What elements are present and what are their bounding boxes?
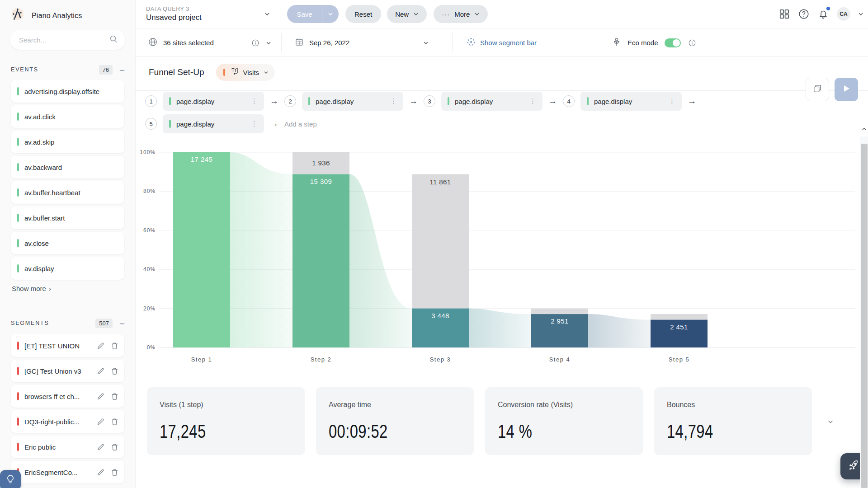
summary-collapse-chevron-icon[interactable] [827, 418, 834, 426]
query-chevron-down-icon[interactable] [264, 12, 270, 16]
events-collapse-icon[interactable]: – [120, 66, 124, 74]
event-item[interactable]: av.ad.skip [11, 131, 124, 153]
site-selector[interactable]: 36 sites selected [148, 28, 271, 57]
funnel-flow [349, 174, 412, 347]
event-item[interactable]: av.display [11, 257, 124, 280]
brand-logo[interactable]: Piano Analytics [0, 0, 135, 25]
pencil-icon[interactable] [96, 392, 105, 401]
trash-icon[interactable] [110, 392, 119, 401]
eco-info-icon[interactable] [688, 39, 696, 47]
bar-value-label: 3 448 [431, 312, 449, 319]
piano-logo-icon [9, 6, 26, 25]
pencil-icon[interactable] [96, 418, 105, 426]
pencil-icon[interactable] [96, 342, 105, 350]
metric-chevron-down-icon [264, 71, 269, 74]
segment-item[interactable]: Eric public [11, 436, 124, 458]
save-chevron-down-icon[interactable] [322, 12, 339, 16]
segment-item[interactable]: browsers ff et ch... [11, 385, 124, 408]
account-chevron-down-icon[interactable] [858, 12, 863, 16]
funnel-step: 1 page.display ⋮ → [145, 92, 284, 111]
pencil-icon[interactable] [96, 443, 105, 451]
apps-grid-icon[interactable] [778, 8, 790, 20]
new-button[interactable]: New [387, 5, 427, 23]
query-selector[interactable]: DATA QUERY 3 Unsaved project [146, 6, 259, 22]
event-item[interactable]: av.backward [11, 156, 124, 178]
event-accent [17, 87, 19, 95]
event-item[interactable]: av.buffer.heartbeat [11, 181, 124, 204]
notification-dot [826, 7, 830, 10]
date-chevron-down-icon[interactable] [423, 41, 429, 45]
pencil-icon[interactable] [96, 367, 105, 375]
kebab-menu-icon[interactable]: ⋮ [667, 97, 677, 105]
funnel-bar[interactable] [292, 174, 349, 348]
event-item[interactable]: advertising.display.offsite [11, 80, 124, 103]
event-item[interactable]: av.buffer.start [11, 206, 124, 229]
scrollbar-thumb[interactable] [861, 144, 868, 488]
brand-name: Piano Analytics [32, 12, 82, 20]
events-count-badge: 76 [99, 65, 113, 75]
step-label: page.display [316, 98, 383, 105]
sidebar-search [10, 30, 125, 50]
segments-collapse-icon[interactable]: – [120, 319, 124, 327]
segment-label: Eric public [24, 443, 91, 451]
segment-item[interactable]: [GC] Test Union v3 [11, 360, 124, 382]
reset-button[interactable]: Reset [345, 5, 381, 23]
kebab-menu-icon[interactable]: ⋮ [388, 97, 399, 105]
segment-item[interactable]: [ET] TEST UNION [11, 334, 124, 357]
show-segment-bar-link[interactable]: Show segment bar [467, 28, 537, 57]
summary-cards: Visits (1 step) 17,245 Average time 00:0… [147, 387, 812, 455]
funnel-title: Funnel Set-Up [149, 67, 204, 77]
trash-icon[interactable] [110, 443, 119, 451]
kebab-menu-icon[interactable]: ⋮ [528, 97, 538, 105]
step-pill[interactable]: page.display ⋮ [441, 92, 542, 111]
step-pill[interactable]: page.display ⋮ [163, 92, 264, 111]
run-query-button[interactable] [835, 78, 858, 101]
step-number: 5 [145, 118, 157, 130]
y-tick: 60% [143, 227, 156, 234]
trash-icon[interactable] [110, 468, 119, 477]
pencil-icon[interactable] [96, 468, 105, 477]
event-item[interactable]: av.close [11, 232, 124, 254]
segment-item[interactable]: EricSegmentCo... [11, 461, 124, 483]
duplicate-button[interactable] [806, 78, 829, 101]
segment-item[interactable]: DQ3-right-public... [11, 410, 124, 433]
trash-icon[interactable] [110, 367, 119, 375]
more-button[interactable]: ··· More [434, 5, 488, 23]
summary-card-label: Visits (1 step) [160, 401, 292, 409]
kebab-menu-icon[interactable]: ⋮ [249, 97, 259, 105]
funnel-chart[interactable]: 100%80%60%40%20%0%17 245Step 11 93615 30… [136, 136, 868, 380]
app-root: Piano Analytics EVENTS 76 – advertising.… [0, 0, 868, 488]
avatar[interactable]: CA [837, 7, 850, 21]
metric-selector[interactable]: Visits [216, 64, 275, 81]
sidebar: Piano Analytics EVENTS 76 – advertising.… [0, 0, 136, 488]
summary-card-value: 14,794 [667, 421, 799, 442]
funnel-drop-bar[interactable] [651, 314, 708, 320]
events-show-more[interactable]: Show more› [12, 285, 135, 292]
step-pill[interactable]: page.display ⋮ [580, 92, 682, 111]
scroll-up-icon[interactable] [860, 121, 868, 136]
step-pill[interactable]: page.display ⋮ [163, 114, 264, 133]
search-icon[interactable] [109, 34, 118, 45]
help-icon[interactable] [798, 8, 810, 20]
save-button[interactable]: Save [287, 5, 339, 23]
trash-icon[interactable] [110, 342, 119, 350]
funnel-drop-bar[interactable] [531, 309, 588, 314]
notifications-bell-icon[interactable] [817, 8, 829, 20]
tips-bulb-button[interactable] [0, 470, 21, 488]
date-picker[interactable]: Sep 26, 2022 [295, 28, 429, 57]
step-label: page.display [594, 98, 661, 105]
event-item[interactable]: av.ad.click [11, 105, 124, 128]
trash-icon[interactable] [110, 418, 119, 426]
funnel-bar[interactable] [173, 152, 230, 347]
search-input[interactable] [19, 36, 109, 44]
add-step[interactable]: Add a step [284, 120, 317, 128]
eco-mode-label: Eco mode [627, 39, 658, 47]
eco-mode-toggle[interactable] [665, 38, 681, 47]
step-pill[interactable]: page.display ⋮ [302, 92, 403, 111]
kebab-menu-icon[interactable]: ⋮ [249, 120, 259, 128]
sites-info-icon[interactable] [251, 39, 259, 47]
funnel-drop-bar[interactable] [412, 174, 469, 308]
sites-chevron-down-icon[interactable] [266, 41, 271, 45]
summary-card-value: 17,245 [160, 421, 292, 442]
copy-icon [812, 84, 822, 95]
